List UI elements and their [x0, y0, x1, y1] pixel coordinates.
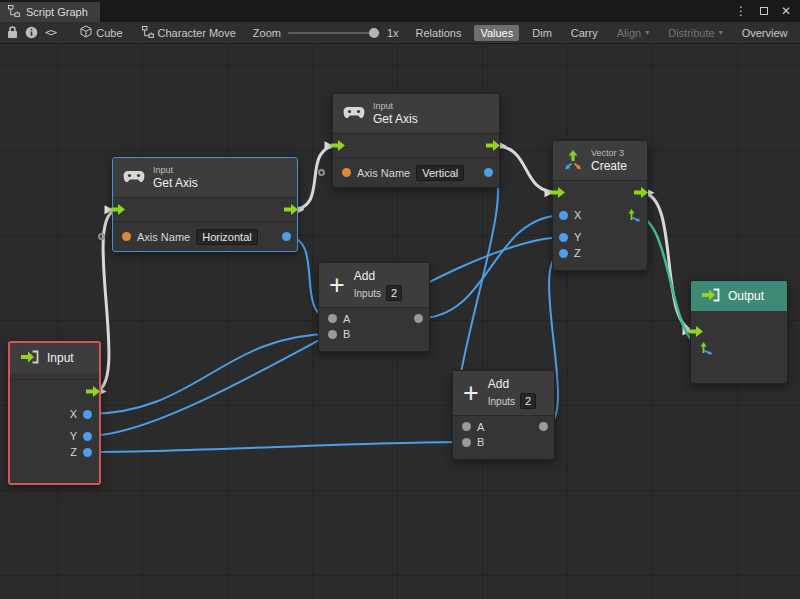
value-in-port-z[interactable] [559, 249, 568, 258]
flow-in-port[interactable] [111, 204, 126, 215]
output-icon [701, 288, 720, 304]
inputs-label: Inputs [488, 396, 515, 407]
port-label: X [574, 209, 581, 221]
vector-in-port[interactable] [700, 342, 713, 355]
graph-file-icon [142, 26, 154, 40]
sum-out-port[interactable] [539, 422, 548, 431]
input-icon [20, 350, 39, 366]
node-header: Input Get Axis [113, 158, 297, 197]
unconnected-port[interactable] [318, 169, 325, 176]
port-label: Z [70, 446, 77, 458]
inputs-count-field[interactable]: 2 [520, 393, 536, 409]
chevron-down-icon: ▾ [719, 28, 723, 37]
flow-in-port[interactable] [551, 187, 566, 198]
node-title: Create [591, 159, 627, 173]
node-header: Input Get Axis [333, 94, 499, 133]
close-icon[interactable]: ✕ [781, 5, 791, 17]
value-in-port-b[interactable] [462, 438, 471, 447]
string-port[interactable] [122, 232, 131, 241]
script-graph-icon [8, 5, 20, 19]
maximize-icon[interactable] [760, 5, 768, 17]
node-title: Add [488, 377, 536, 391]
node-add-1[interactable]: + Add Inputs 2 A B [318, 262, 430, 352]
carry-button[interactable]: Carry [565, 25, 604, 41]
node-header: Output [691, 281, 787, 311]
graph-canvas[interactable]: Input Get Axis Axis Name Vertical [0, 44, 800, 599]
plus-icon: + [329, 274, 345, 296]
lock-icon[interactable] [7, 26, 18, 39]
distribute-label: Distribute [668, 27, 714, 39]
flow-in-port[interactable] [331, 140, 346, 151]
node-header: + Add Inputs 2 [453, 371, 554, 415]
value-in-port-a[interactable] [462, 422, 471, 431]
align-label: Align [617, 27, 641, 39]
graph-name-button[interactable]: Character Move [136, 24, 242, 42]
value-out-port-y[interactable] [83, 432, 92, 441]
value-out-port-z[interactable] [83, 448, 92, 457]
node-vector3-create[interactable]: Vector 3 Create X Y Z [552, 140, 648, 271]
values-button[interactable]: Values [474, 25, 519, 41]
vector-out-port[interactable] [628, 209, 641, 222]
node-title: Get Axis [153, 176, 198, 190]
value-out-port[interactable] [282, 232, 291, 241]
node-get-axis-horizontal[interactable]: Input Get Axis Axis Name Horizontal [112, 157, 298, 252]
port-label: B [477, 436, 484, 448]
zoom-slider[interactable] [288, 32, 380, 34]
distribute-button[interactable]: Distribute ▾ [662, 25, 728, 41]
param-label: Axis Name [357, 167, 410, 179]
align-button[interactable]: Align ▾ [611, 25, 655, 41]
port-label: Z [574, 247, 581, 259]
flow-out-port[interactable] [86, 386, 101, 397]
toolbar: <> Cube Character Move Zoom 1x Relations… [0, 22, 800, 44]
port-label: A [477, 421, 484, 433]
axis-name-field[interactable]: Vertical [416, 165, 464, 181]
node-add-2[interactable]: + Add Inputs 2 A B [452, 370, 555, 460]
node-graph-output[interactable]: Output [690, 280, 788, 384]
zoom-group: Zoom 1x [253, 27, 399, 39]
node-header: Input [10, 343, 99, 373]
node-category: Input [373, 101, 418, 112]
tab-title: Script Graph [26, 6, 88, 18]
node-header: + Add Inputs 2 [319, 263, 429, 307]
inputs-label: Inputs [354, 288, 381, 299]
zoom-label: Zoom [253, 27, 281, 39]
axis-name-field[interactable]: Horizontal [196, 229, 258, 245]
value-in-port-a[interactable] [328, 314, 337, 323]
value-in-port-b[interactable] [328, 330, 337, 339]
gamepad-icon [123, 170, 145, 185]
inputs-count-field[interactable]: 2 [386, 285, 402, 301]
tab-script-graph[interactable]: Script Graph [0, 2, 100, 22]
node-title: Input [47, 351, 74, 365]
info-icon[interactable] [25, 26, 38, 39]
sum-out-port[interactable] [414, 314, 423, 323]
dim-button[interactable]: Dim [526, 25, 558, 41]
titlebar: Script Graph ⋮ ✕ [0, 0, 800, 22]
node-category: Input [153, 165, 198, 176]
value-out-port[interactable] [484, 168, 493, 177]
kebab-menu-icon[interactable]: ⋮ [735, 5, 747, 17]
value-in-port-x[interactable] [559, 211, 568, 220]
flow-out-port[interactable] [486, 140, 501, 151]
flow-in-port[interactable] [689, 326, 704, 337]
overview-button[interactable]: Overview [736, 25, 794, 41]
vector3-icon [563, 150, 583, 172]
value-in-port-y[interactable] [559, 233, 568, 242]
chevron-down-icon: ▾ [645, 28, 649, 37]
node-title: Output [728, 289, 764, 303]
value-out-port-x[interactable] [83, 410, 92, 419]
flow-out-port[interactable] [284, 204, 299, 215]
target-object-label: Cube [96, 27, 122, 39]
node-get-axis-vertical[interactable]: Input Get Axis Axis Name Vertical [332, 93, 500, 188]
node-graph-input[interactable]: Input X Y Z [8, 341, 101, 485]
flow-out-port[interactable] [634, 187, 649, 198]
target-object-button[interactable]: Cube [74, 23, 128, 42]
node-title: Get Axis [373, 112, 418, 126]
zoom-slider-handle[interactable] [369, 28, 379, 38]
port-label: A [343, 313, 350, 325]
graph-name-label: Character Move [158, 27, 236, 39]
string-port[interactable] [342, 168, 351, 177]
relations-button[interactable]: Relations [410, 25, 468, 41]
code-icon[interactable]: <> [45, 26, 56, 39]
node-title: Add [354, 269, 402, 283]
unconnected-port[interactable] [98, 233, 105, 240]
